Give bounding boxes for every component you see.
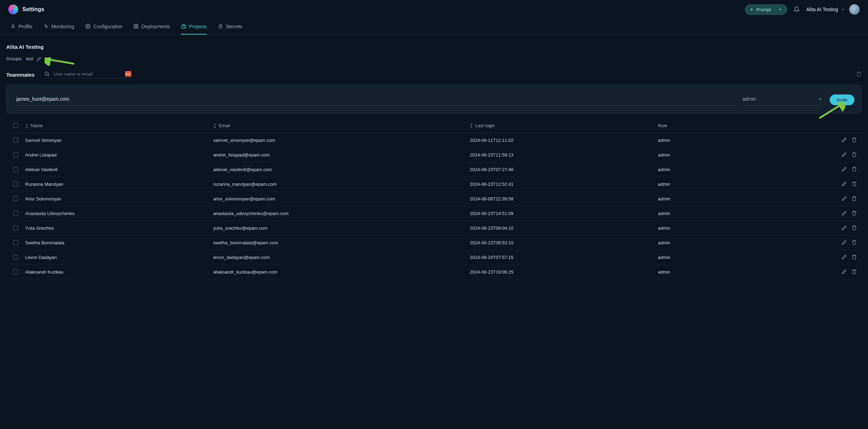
teammates-table: Name Email Last login Role Samvel Simony… — [6, 118, 862, 279]
row-checkbox[interactable] — [13, 182, 18, 186]
invite-role-select[interactable]: admin — [743, 94, 823, 106]
edit-row-button[interactable] — [842, 225, 847, 231]
pencil-icon — [842, 196, 847, 202]
column-email[interactable]: Email — [213, 123, 470, 128]
cell-last-login: 2024-08-24T07:57:15 — [470, 255, 658, 260]
tabs: Profile Monitoring Configuration Deploym… — [0, 19, 868, 35]
workspace-dropdown[interactable]: Alita AI Testing — [806, 7, 845, 12]
row-checkbox[interactable] — [13, 255, 18, 260]
row-checkbox[interactable] — [13, 138, 18, 143]
column-role: Role — [658, 123, 829, 128]
cell-name: Samvel Simonyan — [25, 138, 213, 143]
svg-rect-4 — [134, 27, 135, 28]
edit-row-button[interactable] — [842, 167, 847, 173]
prompt-button[interactable]: Prompt — [745, 4, 788, 15]
svg-rect-5 — [136, 27, 138, 28]
cell-last-login: 2024-08-23T12:52:41 — [470, 182, 658, 187]
row-checkbox[interactable] — [13, 196, 18, 201]
tab-projects[interactable]: Projects — [181, 19, 207, 35]
edit-row-button[interactable] — [842, 152, 847, 158]
divider — [774, 7, 775, 12]
tab-label: Profile — [18, 24, 32, 29]
edit-row-button[interactable] — [842, 137, 847, 144]
search-input[interactable] — [53, 71, 122, 77]
chevron-down-icon — [841, 7, 845, 12]
column-last-login[interactable]: Last login — [470, 123, 658, 128]
edit-row-button[interactable] — [842, 210, 847, 217]
edit-row-button[interactable] — [842, 240, 847, 246]
briefcase-icon — [181, 24, 186, 29]
cell-role: admin — [658, 196, 829, 201]
table-row: Samvel Simonyansamvel_simonyan@epam.com2… — [6, 133, 862, 148]
sort-icon — [213, 124, 217, 128]
delete-row-button[interactable] — [852, 196, 857, 202]
pencil-icon — [842, 210, 847, 217]
delete-row-button[interactable] — [852, 181, 857, 187]
delete-row-button[interactable] — [852, 210, 857, 217]
trash-icon — [852, 152, 857, 158]
table-header: Name Email Last login Role — [6, 118, 862, 133]
cell-email: yulia_snezhko@epam.com — [213, 225, 470, 231]
svg-rect-2 — [134, 24, 135, 26]
delete-row-button[interactable] — [852, 269, 857, 275]
trash-icon — [852, 269, 857, 275]
edit-groups-button[interactable] — [37, 56, 41, 61]
row-checkbox[interactable] — [13, 269, 18, 274]
status-chip: ••• — [125, 71, 131, 77]
pencil-icon — [842, 240, 847, 246]
avatar[interactable] — [849, 4, 860, 15]
pencil-icon — [842, 167, 847, 173]
row-checkbox[interactable] — [13, 211, 18, 216]
tab-configuration[interactable]: Configuration — [85, 19, 122, 35]
search-icon — [44, 71, 50, 77]
table-row: Artur Solomonyanartur_solomonyan@epam.co… — [6, 192, 862, 206]
cell-last-login: 2024-08-23T11:59:13 — [470, 152, 658, 158]
pulse-icon — [44, 24, 49, 29]
cell-email: aliaksandr_kuzikau@epam.com — [213, 269, 470, 275]
cell-name: Artur Solomonyan — [25, 196, 213, 201]
row-checkbox[interactable] — [13, 225, 18, 230]
delete-row-button[interactable] — [852, 137, 857, 144]
select-all-checkbox[interactable] — [13, 123, 18, 128]
tab-secrets[interactable]: Secrets — [218, 19, 242, 35]
edit-row-button[interactable] — [842, 254, 847, 261]
invite-button[interactable]: Invite — [830, 94, 854, 105]
cell-email: ruzanna_marutyan@epam.com — [213, 182, 470, 187]
edit-row-button[interactable] — [842, 181, 847, 187]
pencil-icon — [842, 181, 847, 187]
groups-value: test — [26, 56, 33, 61]
teammates-row: Teammates ••• — [6, 71, 862, 78]
tab-profile[interactable]: Profile — [10, 19, 32, 35]
column-label: Email — [219, 123, 230, 128]
tab-deployments[interactable]: Deployments — [133, 19, 170, 35]
teammates-label: Teammates — [6, 72, 34, 78]
delete-row-button[interactable] — [852, 152, 857, 158]
delete-all-button[interactable] — [856, 71, 862, 78]
invite-email-input[interactable] — [16, 94, 736, 106]
notifications-button[interactable] — [793, 6, 800, 13]
pencil-icon — [842, 152, 847, 158]
edit-row-button[interactable] — [842, 196, 847, 202]
row-checkbox[interactable] — [13, 152, 18, 157]
delete-row-button[interactable] — [852, 254, 857, 261]
trash-icon — [852, 167, 857, 173]
cell-role: admin — [658, 240, 829, 245]
svg-rect-3 — [136, 24, 138, 26]
svg-point-9 — [45, 72, 48, 75]
tab-monitoring[interactable]: Monitoring — [44, 19, 74, 35]
lock-icon — [218, 24, 223, 29]
cell-last-login: 2024-08-23T08:04:10 — [470, 225, 658, 231]
row-checkbox[interactable] — [13, 167, 18, 172]
chevron-down-icon — [818, 97, 823, 101]
svg-point-0 — [12, 25, 14, 26]
delete-row-button[interactable] — [852, 225, 857, 231]
delete-row-button[interactable] — [852, 240, 857, 246]
delete-row-button[interactable] — [852, 167, 857, 173]
search-wrap: ••• — [44, 71, 131, 78]
tab-label: Monitoring — [52, 24, 74, 29]
column-name[interactable]: Name — [25, 123, 213, 128]
edit-row-button[interactable] — [842, 269, 847, 275]
row-checkbox[interactable] — [13, 240, 18, 245]
annotation-arrow-icon — [45, 58, 76, 66]
cell-last-login: 2024-08-23T14:51:09 — [470, 211, 658, 216]
